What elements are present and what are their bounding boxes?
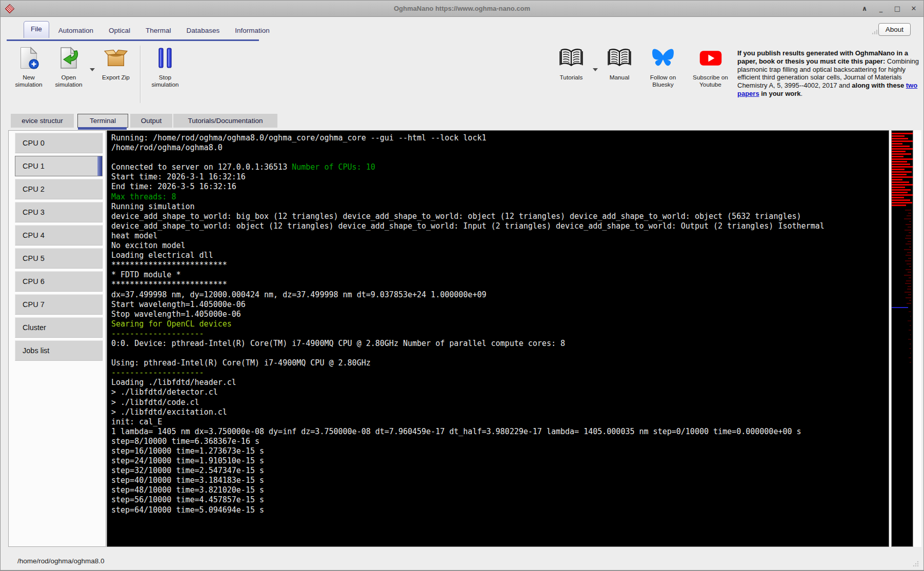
book-icon [607,46,632,70]
tutorials-label: Tutorials [560,74,583,81]
bluesky-button[interactable]: Follow on Bluesky [640,46,686,88]
maximize-window-icon[interactable]: □ [893,4,902,13]
sidebar-item-jobs-list[interactable]: Jobs list [15,340,103,361]
butterfly-icon [651,46,675,70]
status-bar: /home/rod/oghma/oghma8.0 [1,550,923,571]
app-window: OghmaNano https://www.oghma-nano.com ∧ _… [0,0,924,571]
terminal-output[interactable]: Running: /home/rod/oghma/oghma8.0/oghma_… [107,130,889,547]
tutorials-button[interactable]: Tutorials [551,46,592,81]
menu-tab-databases[interactable]: Databases [180,23,226,38]
sidebar-item-cpu5[interactable]: CPU 5 [15,248,103,269]
sidebar-item-cpu0[interactable]: CPU 0 [15,133,103,153]
status-path: /home/rod/oghma/oghma8.0 [17,557,105,565]
sidebar-item-cpu4[interactable]: CPU 4 [15,225,103,246]
new-simulation-button[interactable]: New simulation [9,46,49,88]
activity-strip [891,130,913,547]
export-zip-label: Export Zip [102,74,130,81]
minimize-window-icon[interactable]: _ [876,4,886,13]
window-controls: ∧ _ □ ✕ [860,1,918,16]
tab-tutorials-documentation[interactable]: Tutorials/Documentation [173,114,277,128]
menu-tab-thermal[interactable]: Thermal [139,23,177,38]
close-window-icon[interactable]: ✕ [909,4,918,13]
window-title: OghmaNano https://www.oghma-nano.com [1,5,923,12]
about-button[interactable]: About [878,23,911,36]
open-simulation-label: Open simulation [49,74,89,88]
sidebar-item-cpu3[interactable]: CPU 3 [15,202,103,222]
manual-label: Manual [610,74,630,81]
page-open-icon [56,46,81,70]
youtube-button[interactable]: Subscribe on Youtube [686,46,735,88]
menu-bar: File Automation Optical Thermal Database… [1,17,923,42]
youtube-icon [698,46,723,70]
tab-terminal[interactable]: Terminal [77,114,128,128]
pause-icon [153,46,177,70]
manual-button[interactable]: Manual [599,46,640,81]
cpu-sidebar: CPU 0 CPU 1 CPU 2 CPU 3 CPU 4 CPU 5 CPU … [8,130,106,547]
activity-strip-holder [889,130,921,547]
new-simulation-label: New simulation [9,74,49,88]
menu-tab-automation[interactable]: Automation [52,23,99,38]
citation-text: If you publish results generated with Og… [737,49,919,98]
open-simulation-button[interactable]: Open simulation [49,46,89,88]
tab-output[interactable]: Output [130,114,172,128]
page-plus-icon [16,46,41,70]
stop-simulation-label: Stop simulation [145,74,185,88]
toolbar: New simulation Open simulation [1,43,923,106]
title-bar: OghmaNano https://www.oghma-nano.com ∧ _… [1,1,923,17]
sidebar-item-cpu6[interactable]: CPU 6 [15,271,103,292]
resize-grip-icon[interactable] [911,559,919,567]
tab-terminal-underline [78,127,127,130]
menu-tab-file[interactable]: File [24,21,49,38]
doc-tab-bar: evice structur Terminal Output Tutorials… [1,114,923,130]
export-zip-button[interactable]: Export Zip [96,46,136,81]
sidebar-item-cpu1[interactable]: CPU 1 [15,156,103,176]
menu-tab-information[interactable]: Information [229,23,276,38]
toolbar-separator [140,46,141,103]
sidebar-item-cluster[interactable]: Cluster [15,317,103,338]
open-simulation-dropdown[interactable] [89,68,96,71]
menu-tab-optical[interactable]: Optical [103,23,136,38]
youtube-label: Subscribe on Youtube [686,74,735,88]
menu-underline [7,39,259,41]
shade-window-icon[interactable]: ∧ [860,4,869,13]
sidebar-item-cpu2[interactable]: CPU 2 [15,179,103,199]
tab-device-structure[interactable]: evice structur [11,114,74,128]
sidebar-item-cpu7[interactable]: CPU 7 [15,294,103,315]
chevron-down-icon [593,68,598,71]
bluesky-label: Follow on Bluesky [640,74,686,88]
book-icon [559,46,584,70]
tutorials-dropdown[interactable] [592,68,599,71]
stop-simulation-button[interactable]: Stop simulation [145,46,185,88]
open-box-icon [104,46,128,70]
chevron-down-icon [90,68,95,71]
corner-grip-icon [871,28,878,35]
